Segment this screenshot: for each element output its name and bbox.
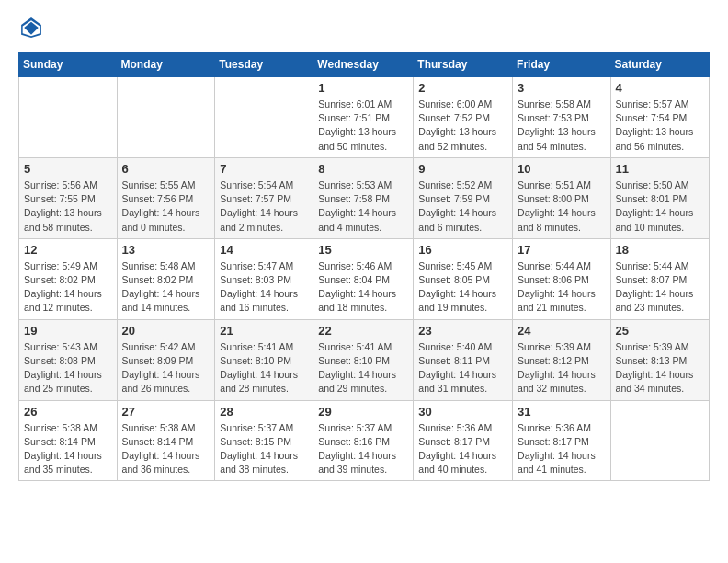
day-number: 29 <box>318 405 408 419</box>
day-number: 26 <box>24 405 112 419</box>
day-number: 27 <box>122 405 210 419</box>
calendar-cell <box>117 77 215 158</box>
day-detail: Sunrise: 6:01 AM Sunset: 7:51 PM Dayligh… <box>318 98 408 154</box>
calendar-cell: 7Sunrise: 5:54 AM Sunset: 7:57 PM Daylig… <box>215 157 313 238</box>
day-number: 23 <box>418 324 507 338</box>
day-detail: Sunrise: 5:36 AM Sunset: 8:17 PM Dayligh… <box>518 421 606 477</box>
day-detail: Sunrise: 5:56 AM Sunset: 7:55 PM Dayligh… <box>24 178 112 235</box>
calendar-cell: 16Sunrise: 5:45 AM Sunset: 8:05 PM Dayli… <box>414 238 513 319</box>
day-number: 14 <box>220 243 308 257</box>
day-detail: Sunrise: 5:48 AM Sunset: 8:02 PM Dayligh… <box>122 259 210 316</box>
calendar-cell <box>215 77 313 158</box>
calendar-cell: 27Sunrise: 5:38 AM Sunset: 8:14 PM Dayli… <box>117 400 215 481</box>
day-detail: Sunrise: 5:41 AM Sunset: 8:10 PM Dayligh… <box>318 340 408 396</box>
day-number: 30 <box>418 405 507 419</box>
calendar-cell: 5Sunrise: 5:56 AM Sunset: 7:55 PM Daylig… <box>19 157 118 238</box>
calendar-cell: 8Sunrise: 5:53 AM Sunset: 7:58 PM Daylig… <box>313 157 414 238</box>
day-detail: Sunrise: 5:44 AM Sunset: 8:07 PM Dayligh… <box>616 259 704 316</box>
day-number: 13 <box>122 243 210 257</box>
day-number: 22 <box>318 324 408 338</box>
day-detail: Sunrise: 5:36 AM Sunset: 8:17 PM Dayligh… <box>418 421 507 477</box>
day-number: 3 <box>518 81 606 95</box>
calendar-cell <box>610 400 709 481</box>
day-number: 17 <box>518 243 606 257</box>
calendar-cell: 2Sunrise: 6:00 AM Sunset: 7:52 PM Daylig… <box>414 77 513 158</box>
calendar-cell: 13Sunrise: 5:48 AM Sunset: 8:02 PM Dayli… <box>117 238 215 319</box>
day-detail: Sunrise: 5:54 AM Sunset: 7:57 PM Dayligh… <box>220 178 308 235</box>
day-number: 12 <box>24 243 112 257</box>
calendar-cell: 21Sunrise: 5:41 AM Sunset: 8:10 PM Dayli… <box>215 319 313 400</box>
calendar-cell: 31Sunrise: 5:36 AM Sunset: 8:17 PM Dayli… <box>513 400 611 481</box>
calendar-cell: 3Sunrise: 5:58 AM Sunset: 7:53 PM Daylig… <box>513 77 611 158</box>
day-number: 20 <box>122 324 210 338</box>
day-detail: Sunrise: 5:49 AM Sunset: 8:02 PM Dayligh… <box>24 259 112 316</box>
weekday-header-friday: Friday <box>513 52 611 77</box>
calendar-cell: 18Sunrise: 5:44 AM Sunset: 8:07 PM Dayli… <box>610 238 709 319</box>
day-detail: Sunrise: 6:00 AM Sunset: 7:52 PM Dayligh… <box>418 98 507 154</box>
day-detail: Sunrise: 5:58 AM Sunset: 7:53 PM Dayligh… <box>518 98 606 154</box>
calendar-cell: 26Sunrise: 5:38 AM Sunset: 8:14 PM Dayli… <box>19 400 118 481</box>
day-detail: Sunrise: 5:40 AM Sunset: 8:11 PM Dayligh… <box>418 340 507 396</box>
calendar-week-2: 5Sunrise: 5:56 AM Sunset: 7:55 PM Daylig… <box>19 157 710 238</box>
day-detail: Sunrise: 5:52 AM Sunset: 7:59 PM Dayligh… <box>418 178 507 235</box>
day-detail: Sunrise: 5:51 AM Sunset: 8:00 PM Dayligh… <box>518 178 606 235</box>
day-number: 25 <box>616 324 704 338</box>
day-detail: Sunrise: 5:38 AM Sunset: 8:14 PM Dayligh… <box>122 421 210 477</box>
day-number: 19 <box>24 324 112 338</box>
day-detail: Sunrise: 5:42 AM Sunset: 8:09 PM Dayligh… <box>122 340 210 396</box>
logo <box>18 15 48 40</box>
day-number: 7 <box>220 162 308 176</box>
calendar-cell: 22Sunrise: 5:41 AM Sunset: 8:10 PM Dayli… <box>313 319 414 400</box>
calendar-cell: 24Sunrise: 5:39 AM Sunset: 8:12 PM Dayli… <box>513 319 611 400</box>
weekday-header-monday: Monday <box>117 52 215 77</box>
weekday-header-sunday: Sunday <box>19 52 118 77</box>
day-number: 5 <box>24 162 112 176</box>
weekday-header-wednesday: Wednesday <box>313 52 414 77</box>
calendar-cell: 29Sunrise: 5:37 AM Sunset: 8:16 PM Dayli… <box>313 400 414 481</box>
page-header <box>18 15 710 40</box>
day-detail: Sunrise: 5:41 AM Sunset: 8:10 PM Dayligh… <box>220 340 308 396</box>
calendar-cell: 6Sunrise: 5:55 AM Sunset: 7:56 PM Daylig… <box>117 157 215 238</box>
calendar-week-3: 12Sunrise: 5:49 AM Sunset: 8:02 PM Dayli… <box>19 238 710 319</box>
day-detail: Sunrise: 5:39 AM Sunset: 8:12 PM Dayligh… <box>518 340 606 396</box>
calendar-cell: 1Sunrise: 6:01 AM Sunset: 7:51 PM Daylig… <box>313 77 414 158</box>
day-detail: Sunrise: 5:37 AM Sunset: 8:16 PM Dayligh… <box>318 421 408 477</box>
calendar-cell: 10Sunrise: 5:51 AM Sunset: 8:00 PM Dayli… <box>513 157 611 238</box>
calendar-week-1: 1Sunrise: 6:01 AM Sunset: 7:51 PM Daylig… <box>19 77 710 158</box>
day-number: 15 <box>318 243 408 257</box>
day-number: 4 <box>616 81 704 95</box>
day-detail: Sunrise: 5:47 AM Sunset: 8:03 PM Dayligh… <box>220 259 308 316</box>
calendar-cell: 25Sunrise: 5:39 AM Sunset: 8:13 PM Dayli… <box>610 319 709 400</box>
calendar-cell: 19Sunrise: 5:43 AM Sunset: 8:08 PM Dayli… <box>19 319 118 400</box>
day-detail: Sunrise: 5:50 AM Sunset: 8:01 PM Dayligh… <box>616 178 704 235</box>
calendar-cell: 28Sunrise: 5:37 AM Sunset: 8:15 PM Dayli… <box>215 400 313 481</box>
day-detail: Sunrise: 5:46 AM Sunset: 8:04 PM Dayligh… <box>318 259 408 316</box>
calendar-header-row: SundayMondayTuesdayWednesdayThursdayFrid… <box>19 52 710 77</box>
day-detail: Sunrise: 5:57 AM Sunset: 7:54 PM Dayligh… <box>616 98 704 154</box>
day-detail: Sunrise: 5:45 AM Sunset: 8:05 PM Dayligh… <box>418 259 507 316</box>
weekday-header-tuesday: Tuesday <box>215 52 313 77</box>
calendar-table: SundayMondayTuesdayWednesdayThursdayFrid… <box>18 52 710 481</box>
calendar-cell: 11Sunrise: 5:50 AM Sunset: 8:01 PM Dayli… <box>610 157 709 238</box>
calendar-cell: 15Sunrise: 5:46 AM Sunset: 8:04 PM Dayli… <box>313 238 414 319</box>
logo-icon <box>18 15 44 40</box>
day-number: 24 <box>518 324 606 338</box>
calendar-cell: 30Sunrise: 5:36 AM Sunset: 8:17 PM Dayli… <box>414 400 513 481</box>
day-number: 8 <box>318 162 408 176</box>
calendar-cell: 12Sunrise: 5:49 AM Sunset: 8:02 PM Dayli… <box>19 238 118 319</box>
weekday-header-thursday: Thursday <box>414 52 513 77</box>
day-detail: Sunrise: 5:37 AM Sunset: 8:15 PM Dayligh… <box>220 421 308 477</box>
weekday-header-saturday: Saturday <box>610 52 709 77</box>
day-number: 9 <box>418 162 507 176</box>
calendar-week-5: 26Sunrise: 5:38 AM Sunset: 8:14 PM Dayli… <box>19 400 710 481</box>
calendar-week-4: 19Sunrise: 5:43 AM Sunset: 8:08 PM Dayli… <box>19 319 710 400</box>
day-number: 16 <box>418 243 507 257</box>
day-detail: Sunrise: 5:53 AM Sunset: 7:58 PM Dayligh… <box>318 178 408 235</box>
day-number: 31 <box>518 405 606 419</box>
day-detail: Sunrise: 5:55 AM Sunset: 7:56 PM Dayligh… <box>122 178 210 235</box>
calendar-cell: 23Sunrise: 5:40 AM Sunset: 8:11 PM Dayli… <box>414 319 513 400</box>
day-number: 21 <box>220 324 308 338</box>
day-number: 28 <box>220 405 308 419</box>
calendar-cell: 20Sunrise: 5:42 AM Sunset: 8:09 PM Dayli… <box>117 319 215 400</box>
day-detail: Sunrise: 5:44 AM Sunset: 8:06 PM Dayligh… <box>518 259 606 316</box>
